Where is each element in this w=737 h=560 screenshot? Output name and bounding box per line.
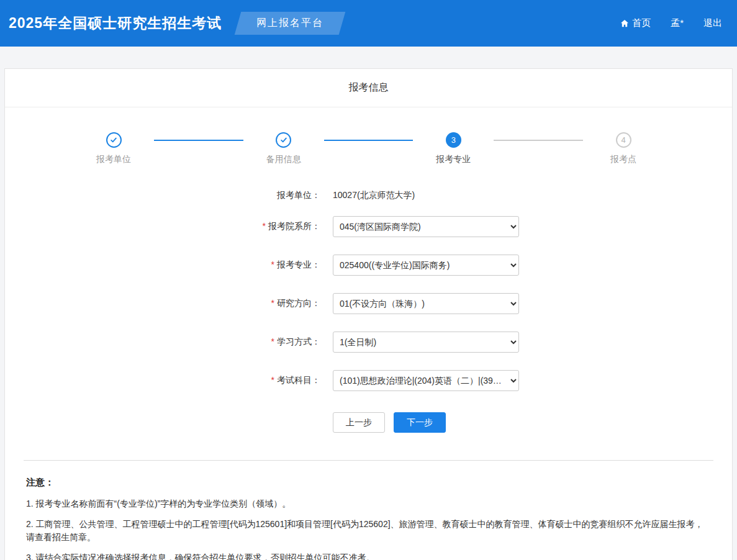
home-icon bbox=[620, 19, 629, 28]
notes-title: 注意： bbox=[26, 477, 711, 489]
note-item-1: 1. 报考专业名称前面有“(专业学位)”字样的为专业学位类别（领域）。 bbox=[26, 497, 711, 511]
study-mode-select[interactable]: 1(全日制) bbox=[333, 332, 519, 353]
site-title: 2025年全国硕士研究生招生考试 bbox=[9, 14, 222, 33]
next-step-button[interactable]: 下一步 bbox=[394, 412, 446, 433]
step-3-label: 报考专业 bbox=[436, 154, 471, 165]
major-label: *报考专业： bbox=[5, 260, 320, 271]
application-info-card: 报考信息 报考单位 备用信息 bbox=[4, 68, 733, 560]
note-item-2: 2. 工商管理、公共管理、工程管理硕士中的工程管理[代码为125601]和项目管… bbox=[26, 518, 711, 544]
form-buttons: 上一步 下一步 bbox=[333, 412, 732, 433]
platform-badge: 网上报名平台 bbox=[235, 12, 346, 35]
research-direction-label: *研究方向： bbox=[5, 298, 320, 309]
platform-badge-label: 网上报名平台 bbox=[256, 17, 323, 30]
stepper-connector-3 bbox=[494, 140, 583, 141]
research-direction-select[interactable]: 01(不设方向（珠海）) bbox=[333, 293, 519, 314]
exam-subjects-select[interactable]: (101)思想政治理论|(204)英语（二）|(39… bbox=[333, 370, 519, 391]
field-major: *报考专业： 025400((专业学位)国际商务) bbox=[5, 255, 732, 276]
major-select[interactable]: 025400((专业学位)国际商务) bbox=[333, 255, 519, 276]
stepper-connector-1 bbox=[154, 140, 243, 141]
nav-home[interactable]: 首页 bbox=[620, 17, 651, 29]
note-item-3: 3. 请结合实际情况准确选择报考信息，确保符合招生单位要求，否则招生单位可能不准… bbox=[26, 551, 711, 560]
top-nav: 首页 孟* 退出 bbox=[620, 17, 722, 29]
field-study-mode: *学习方式： 1(全日制) bbox=[5, 332, 732, 353]
field-label-text: 报考院系所： bbox=[268, 221, 320, 231]
nav-user-label: 孟* bbox=[671, 17, 684, 29]
page-title: 报考信息 bbox=[5, 69, 732, 107]
department-label: *报考院系所： bbox=[5, 221, 320, 232]
stepper-connector-2 bbox=[324, 140, 414, 141]
stepper: 报考单位 备用信息 3 报考专业 4 报考点 bbox=[5, 107, 732, 165]
step-3-number: 3 bbox=[451, 135, 456, 145]
field-label-text: 报考单位： bbox=[277, 190, 320, 200]
nav-user[interactable]: 孟* bbox=[671, 17, 684, 29]
field-department: *报考院系所： 045(湾区国际商学院) bbox=[5, 216, 732, 237]
step-1-circle bbox=[106, 132, 122, 148]
check-icon bbox=[280, 137, 287, 143]
step-3-circle: 3 bbox=[446, 132, 461, 148]
prev-step-button[interactable]: 上一步 bbox=[333, 412, 385, 433]
required-asterisk: * bbox=[263, 221, 266, 231]
step-application-major: 3 报考专业 bbox=[413, 132, 494, 165]
application-form: 报考单位： 10027(北京师范大学) *报考院系所： 045(湾区国际商学院)… bbox=[5, 190, 732, 433]
step-backup-info: 备用信息 bbox=[243, 132, 324, 165]
step-4-label: 报考点 bbox=[610, 154, 636, 165]
exam-subjects-label: *考试科目： bbox=[5, 375, 320, 386]
step-1-label: 报考单位 bbox=[96, 154, 131, 165]
required-asterisk: * bbox=[271, 375, 274, 385]
required-asterisk: * bbox=[271, 336, 274, 346]
nav-logout[interactable]: 退出 bbox=[703, 17, 722, 29]
field-application-unit: 报考单位： 10027(北京师范大学) bbox=[5, 190, 732, 201]
required-asterisk: * bbox=[271, 298, 274, 308]
step-4-number: 4 bbox=[621, 135, 625, 145]
step-2-label: 备用信息 bbox=[266, 154, 301, 165]
step-exam-site: 4 报考点 bbox=[583, 132, 664, 165]
field-label-text: 学习方式： bbox=[277, 336, 320, 346]
field-label-text: 考试科目： bbox=[277, 375, 320, 385]
step-4-circle: 4 bbox=[616, 132, 631, 148]
field-label-text: 研究方向： bbox=[277, 298, 320, 308]
top-header: 2025年全国硕士研究生招生考试 网上报名平台 首页 孟* 退出 bbox=[0, 0, 737, 47]
required-asterisk: * bbox=[271, 260, 274, 269]
nav-logout-label: 退出 bbox=[703, 17, 722, 29]
department-select[interactable]: 045(湾区国际商学院) bbox=[333, 216, 519, 237]
step-application-unit: 报考单位 bbox=[73, 132, 154, 165]
nav-home-label: 首页 bbox=[632, 17, 651, 29]
application-unit-label: 报考单位： bbox=[5, 190, 320, 201]
field-research-direction: *研究方向： 01(不设方向（珠海）) bbox=[5, 293, 732, 314]
field-exam-subjects: *考试科目： (101)思想政治理论|(204)英语（二）|(39… bbox=[5, 370, 732, 391]
check-icon bbox=[110, 137, 117, 143]
step-2-circle bbox=[276, 132, 291, 148]
notes-section: 注意： 1. 报考专业名称前面有“(专业学位)”字样的为专业学位类别（领域）。 … bbox=[5, 461, 732, 560]
study-mode-label: *学习方式： bbox=[5, 336, 320, 348]
field-label-text: 报考专业： bbox=[277, 260, 320, 269]
application-unit-value: 10027(北京师范大学) bbox=[333, 190, 415, 201]
